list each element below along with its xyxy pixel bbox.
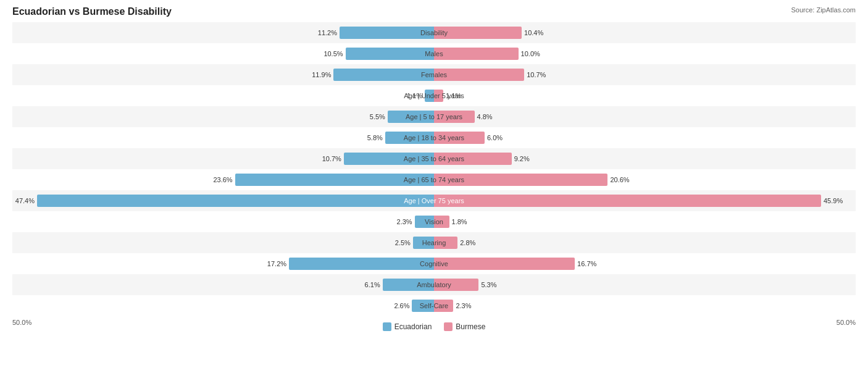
left-value: 10.7% [319, 155, 341, 162]
chart-row: 2.6%2.3%Self-Care [12, 295, 856, 316]
right-value: 6.0% [487, 134, 509, 141]
left-section: 5.5% [12, 106, 434, 127]
burmese-color-box [444, 322, 453, 331]
right-section: 1.8% [434, 211, 856, 232]
axis-labels: 50.0% Ecuadorian Burmese 50.0% [12, 319, 856, 331]
axis-left: 50.0% [12, 319, 31, 331]
right-section: 5.3% [434, 274, 856, 295]
chart-title: Ecuadorian vs Burmese Disability [12, 6, 172, 17]
left-value: 1.1% [400, 92, 422, 99]
left-value: 23.6% [211, 176, 233, 183]
chart-header: Ecuadorian vs Burmese Disability Source:… [12, 6, 856, 17]
left-section: 17.2% [12, 253, 434, 274]
left-value: 6.1% [358, 281, 380, 288]
ecuadorian-color-box [383, 322, 391, 331]
left-value: 5.8% [361, 134, 383, 141]
burmese-label: Burmese [456, 322, 485, 331]
left-section: 6.1% [12, 274, 434, 295]
chart-row: 1.1%1.1%Age | Under 5 years [12, 85, 856, 106]
axis-right: 50.0% [837, 319, 856, 331]
burmese-bar [434, 195, 821, 207]
chart-row: 10.7%9.2%Age | 35 to 64 years [12, 148, 856, 169]
right-value: 10.4% [524, 29, 546, 36]
left-section: 11.9% [12, 64, 434, 85]
right-value: 9.2% [514, 155, 536, 162]
chart-row: 11.9%10.7%Females [12, 64, 856, 85]
chart-row: 5.5%4.8%Age | 5 to 17 years [12, 106, 856, 127]
right-section: 45.9% [434, 190, 856, 211]
right-section: 2.3% [434, 295, 856, 316]
ecuadorian-bar [413, 237, 434, 249]
left-value: 2.5% [388, 239, 411, 246]
ecuadorian-bar [412, 300, 434, 312]
chart-area: 11.2%10.4%Disability10.5%10.0%Males11.9%… [12, 22, 856, 316]
burmese-bar [434, 27, 522, 39]
chart-row: 47.4%45.9%Age | Over 75 years [12, 190, 856, 211]
chart-row: 17.2%16.7%Cognitive [12, 253, 856, 274]
ecuadorian-bar [388, 111, 434, 123]
ecuadorian-bar [289, 258, 434, 270]
burmese-bar [434, 237, 457, 249]
ecuadorian-bar [425, 90, 434, 102]
chart-footer: 50.0% Ecuadorian Burmese 50.0% [12, 319, 856, 331]
right-value: 16.7% [577, 260, 599, 267]
right-value: 2.8% [460, 239, 482, 246]
chart-row: 2.5%2.8%Hearing [12, 232, 856, 253]
right-value: 1.1% [446, 92, 468, 99]
right-value: 10.7% [527, 71, 549, 78]
chart-row: 2.3%1.8%Vision [12, 211, 856, 232]
ecuadorian-bar [415, 216, 434, 228]
left-value: 47.4% [12, 197, 35, 204]
right-section: 9.2% [434, 148, 856, 169]
right-section: 10.4% [434, 22, 856, 43]
left-value: 5.5% [363, 113, 385, 120]
burmese-bar [434, 153, 512, 165]
left-value: 10.5% [321, 50, 343, 57]
burmese-bar [434, 69, 524, 81]
burmese-bar [434, 48, 519, 60]
right-section: 2.8% [434, 232, 856, 253]
right-value: 1.8% [452, 218, 474, 225]
left-section: 2.6% [12, 295, 434, 316]
chart-row: 11.2%10.4%Disability [12, 22, 856, 43]
left-section: 5.8% [12, 127, 434, 148]
burmese-bar [434, 216, 449, 228]
right-section: 4.8% [434, 106, 856, 127]
right-section: 16.7% [434, 253, 856, 274]
right-section: 6.0% [434, 127, 856, 148]
right-value: 10.0% [521, 50, 543, 57]
burmese-bar [434, 174, 607, 186]
right-section: 20.6% [434, 169, 856, 190]
burmese-bar [434, 90, 443, 102]
right-value: 4.8% [477, 113, 499, 120]
left-section: 47.4% [12, 190, 434, 211]
right-value: 45.9% [824, 197, 846, 204]
burmese-bar [434, 279, 478, 291]
right-value: 5.3% [481, 281, 503, 288]
ecuadorian-bar [235, 174, 434, 186]
source-label: Source: ZipAtlas.com [791, 6, 856, 14]
burmese-bar [434, 258, 575, 270]
burmese-bar [434, 132, 485, 144]
right-section: 10.7% [434, 64, 856, 85]
left-value: 2.6% [387, 302, 409, 309]
legend-burmese: Burmese [444, 322, 485, 331]
ecuadorian-bar [385, 132, 434, 144]
left-section: 11.2% [12, 22, 434, 43]
burmese-bar [434, 111, 475, 123]
chart-row: 5.8%6.0%Age | 18 to 34 years [12, 127, 856, 148]
ecuadorian-bar [37, 195, 434, 207]
ecuadorian-bar [346, 48, 434, 60]
legend: Ecuadorian Burmese [383, 322, 486, 331]
left-section: 23.6% [12, 169, 434, 190]
chart-row: 10.5%10.0%Males [12, 43, 856, 64]
right-section: 10.0% [434, 43, 856, 64]
left-value: 11.9% [309, 71, 331, 78]
left-section: 10.5% [12, 43, 434, 64]
left-section: 1.1% [12, 85, 434, 106]
left-section: 2.3% [12, 211, 434, 232]
ecuadorian-bar [383, 279, 434, 291]
chart-row: 6.1%5.3%Ambulatory [12, 274, 856, 295]
left-section: 2.5% [12, 232, 434, 253]
left-value: 2.3% [390, 218, 412, 225]
